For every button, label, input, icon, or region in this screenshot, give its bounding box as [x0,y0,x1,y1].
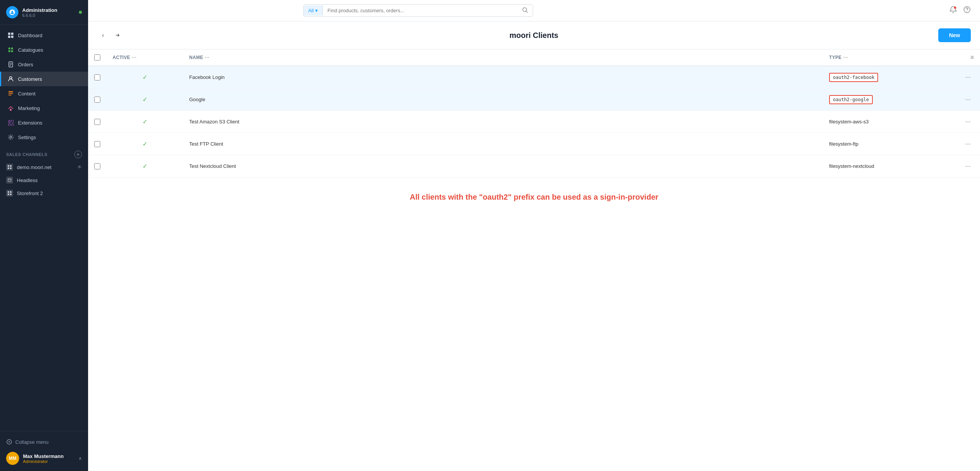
sidebar-item-settings[interactable]: Settings [0,130,88,144]
channel-item-storefront2[interactable]: Storefront 2 [0,187,88,200]
checkbox-column-header [88,49,106,66]
sidebar-nav: Dashboard Catalogues Orders Customers Co… [0,25,88,431]
row-more-button[interactable]: ··· [962,116,974,127]
row-checkbox-cell [88,111,106,133]
search-input[interactable] [323,5,517,16]
table-row: ✓ Facebook Login oauth2-facebook ··· [88,66,980,89]
table-row: ✓ Test Nextcloud Client filesystem-nextc… [88,155,980,177]
row-more-button[interactable]: ··· [962,161,974,172]
type-badge: oauth2-google [829,95,873,104]
help-icon[interactable] [963,6,971,15]
row-more-button[interactable]: ··· [962,72,974,83]
search-submit-icon[interactable] [517,5,533,16]
column-sort-icon: ··· [205,54,210,61]
orders-icon [7,61,14,68]
add-sales-channel-button[interactable]: + [74,151,82,158]
type-text: filesystem-nextcloud [829,163,874,169]
annotation-text: All clients with the "oauth2" prefix can… [111,193,957,202]
sidebar-item-label: Customers [18,76,42,82]
back-button[interactable]: ‹ [97,30,109,41]
row-checkbox[interactable] [94,141,100,147]
name-column-header[interactable]: Name ··· [183,49,823,66]
row-checkbox-cell [88,89,106,110]
row-name-cell[interactable]: Facebook Login [183,66,823,88]
row-active-cell: ✓ [106,133,183,155]
svg-point-29 [523,8,527,11]
sidebar-item-customers[interactable]: Customers [0,72,88,86]
sidebar-item-label: Catalogues [18,47,43,53]
sidebar-item-content[interactable]: Content [0,86,88,101]
row-checkbox-cell [88,133,106,155]
marketing-icon [7,105,14,112]
svg-rect-20 [8,167,9,169]
user-chevron-icon[interactable]: ∧ [79,456,82,461]
select-all-checkbox[interactable] [94,54,100,61]
row-checkbox-cell [88,66,106,88]
avatar: MM [6,452,19,465]
sidebar-item-dashboard[interactable]: Dashboard [0,28,88,43]
app-info: Administration 6.6.6.0 [22,7,57,18]
row-checkbox[interactable] [94,97,100,103]
svg-point-12 [10,77,12,79]
content-icon [7,90,14,97]
row-checkbox[interactable] [94,74,100,80]
svg-rect-21 [10,167,11,169]
row-name-cell[interactable]: Google [183,89,823,110]
row-more-button[interactable]: ··· [962,94,974,105]
active-column-header[interactable]: Active ··· [106,49,183,66]
row-more-button[interactable]: ··· [962,138,974,149]
search-filter-button[interactable]: All ▾ [304,5,323,16]
row-type-cell: filesystem-nextcloud [823,155,957,177]
column-settings-button[interactable]: ≡ [970,54,974,61]
row-name-cell[interactable]: Test FTP Client [183,133,823,155]
channel-visibility-icon[interactable]: 👁 [77,164,82,170]
row-name-cell[interactable]: Test Amazon S3 Client [183,111,823,133]
channel-label: Headless [17,177,38,183]
svg-rect-24 [8,191,9,193]
channel-storefront-icon [6,190,13,197]
svg-rect-18 [8,165,9,167]
type-badge: oauth2-facebook [829,73,878,82]
row-active-cell: ✓ [106,155,183,177]
row-actions-cell: ··· [957,133,980,155]
type-column-header[interactable]: Type ··· [823,49,957,66]
row-type-cell: oauth2-google [823,89,957,110]
active-check-icon: ✓ [142,118,147,125]
forward-button[interactable] [112,30,123,41]
sidebar-item-label: Extensions [18,120,43,126]
svg-point-17 [10,136,12,138]
row-actions-cell: ··· [957,111,980,133]
row-checkbox-cell [88,155,106,177]
row-type-cell: oauth2-facebook [823,66,957,88]
sidebar-item-marketing[interactable]: Marketing [0,101,88,115]
sidebar-header: Administration 6.6.6.0 [0,0,88,25]
channel-headless-icon [6,177,13,184]
svg-point-31 [954,7,956,9]
clients-table: Active ··· Name ··· Type ··· ≡ [88,49,980,177]
sidebar-item-label: Content [18,91,36,97]
main-content: All ▾ ‹ moori Cl [88,0,980,471]
app-logo [6,6,18,18]
new-button[interactable]: New [938,28,971,42]
collapse-menu-button[interactable]: Collapse menu [6,436,82,448]
content-area: ‹ moori Clients New Active ··· Name [88,21,980,471]
sidebar-item-extensions[interactable]: Extensions [0,115,88,130]
customers-icon [7,75,14,82]
channel-item-demo[interactable]: demo.moori.net 👁 [0,161,88,174]
row-checkbox[interactable] [94,119,100,125]
row-checkbox[interactable] [94,163,100,169]
row-name-cell[interactable]: Test Nextcloud Client [183,155,823,177]
type-text: filesystem-ftp [829,141,859,147]
svg-rect-4 [8,48,10,49]
table-row: ✓ Test Amazon S3 Client filesystem-aws-s… [88,111,980,133]
active-check-icon: ✓ [142,162,147,170]
row-active-cell: ✓ [106,111,183,133]
sidebar-item-catalogues[interactable]: Catalogues [0,43,88,57]
svg-rect-14 [8,93,13,94]
status-dot [79,11,82,14]
column-sort-icon: ··· [132,54,137,61]
notifications-icon[interactable] [949,6,957,15]
svg-rect-1 [11,33,13,35]
channel-item-headless[interactable]: Headless [0,174,88,187]
sidebar-item-orders[interactable]: Orders [0,57,88,72]
